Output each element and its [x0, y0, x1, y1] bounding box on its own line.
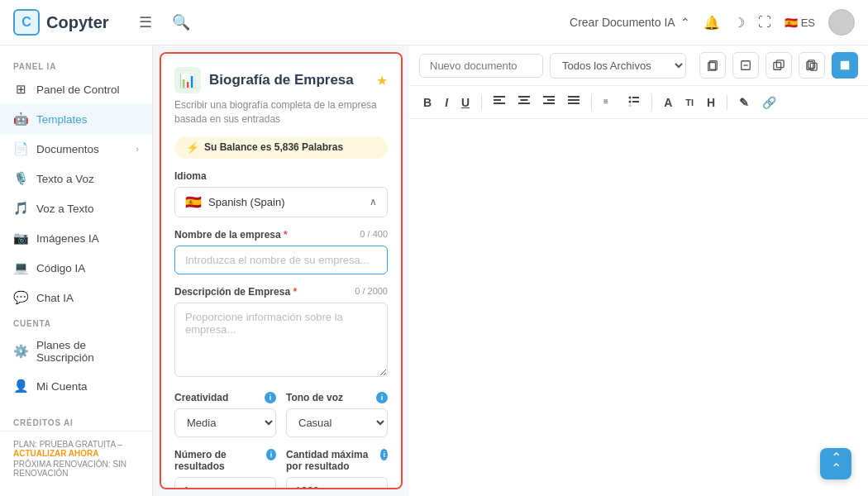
results-label: Número de resultados i	[174, 449, 276, 472]
company-name-label-row: Nombre de la empresa * 0 / 400	[174, 229, 388, 241]
form-description: Escribir una biografía completa de la em…	[174, 98, 388, 126]
sidebar-label-documentos: Documentos	[36, 143, 127, 155]
heading-button[interactable]: H	[703, 93, 719, 112]
language-flag: 🇪🇸	[185, 194, 202, 210]
creativity-group: Creatividad i Media Baja Alta	[174, 392, 276, 437]
editor-panel: Todos los Archivos	[409, 45, 868, 496]
svg-rect-12	[494, 103, 505, 104]
form-panel: 📊 Biografía de Empresa ★ Escribir una bi…	[160, 52, 403, 489]
documentos-icon: 📄	[13, 141, 28, 156]
tone-select[interactable]: Casual Formal Amigable	[286, 408, 388, 437]
svg-rect-11	[494, 99, 501, 101]
bold-button[interactable]: B	[419, 93, 436, 112]
sidebar-item-codigo-ia[interactable]: 💻 Código IA	[0, 253, 152, 283]
document-name-input[interactable]	[419, 54, 543, 78]
creativity-info-icon[interactable]: i	[265, 392, 276, 403]
svg-rect-25	[632, 97, 639, 98]
sidebar-label-chat-ia: Chat IA	[36, 292, 139, 304]
sidebar-item-templates[interactable]: 🤖 Templates	[0, 104, 152, 134]
ordered-list-button[interactable]: ≡	[599, 93, 619, 112]
language-chevron-icon: ∧	[370, 196, 377, 207]
text-size-button[interactable]: TI	[681, 95, 698, 110]
file-filter-select[interactable]: Todos los Archivos	[550, 53, 686, 79]
svg-text:≡: ≡	[603, 97, 608, 106]
search-icon[interactable]: 🔍	[169, 10, 193, 35]
results-input[interactable]	[174, 477, 276, 489]
company-desc-count: 0 / 2000	[355, 286, 388, 298]
sidebar-item-imagenes-ia[interactable]: 📷 Imágenes IA	[0, 223, 152, 253]
sidebar-item-documentos[interactable]: 📄 Documentos ›	[0, 134, 152, 164]
language-select[interactable]: 🇪🇸 Spanish (Spain) ∧	[174, 187, 388, 217]
results-group: Número de resultados i	[174, 449, 276, 489]
svg-rect-17	[543, 96, 555, 98]
planes-icon: ⚙️	[13, 344, 28, 359]
justify-button[interactable]	[564, 93, 584, 112]
scroll-top-button[interactable]: ⌃⌃	[820, 448, 851, 479]
svg-rect-4	[774, 63, 781, 70]
menu-icon[interactable]: ☰	[136, 10, 155, 35]
dark-mode-icon[interactable]: ☽	[733, 15, 745, 31]
user-avatar[interactable]	[828, 9, 855, 36]
results-row: Número de resultados i Cantidad máxima p…	[174, 449, 388, 489]
max-result-input[interactable]	[286, 477, 388, 489]
max-result-info-icon[interactable]: i	[380, 449, 388, 460]
svg-rect-19	[543, 103, 555, 104]
sidebar-item-chat-ia[interactable]: 💬 Chat IA	[0, 283, 152, 312]
underline-button[interactable]: U	[457, 93, 474, 112]
align-left-button[interactable]	[489, 93, 509, 112]
sidebar-label-mi-cuenta: Mi Cuenta	[36, 380, 139, 393]
results-info-icon[interactable]: i	[266, 449, 276, 460]
unordered-list-button[interactable]	[624, 93, 644, 112]
upgrade-link[interactable]: ACTUALIZAR AHORA	[13, 449, 99, 458]
italic-button[interactable]: I	[441, 93, 452, 112]
templates-icon: 🤖	[13, 112, 28, 126]
toolbar-copy3-button[interactable]	[765, 52, 792, 79]
toolbar-copy1-button[interactable]	[699, 52, 726, 79]
sidebar-item-voz-a-texto[interactable]: 🎵 Voz a Texto	[0, 193, 152, 223]
sidebar-item-mi-cuenta[interactable]: 👤 Mi Cuenta	[0, 371, 152, 401]
creativity-select[interactable]: Media Baja Alta	[174, 408, 276, 437]
company-desc-required: *	[293, 286, 297, 298]
company-desc-textarea[interactable]	[174, 303, 388, 377]
sidebar-label-planes: Planes de Suscripción	[36, 339, 139, 364]
company-desc-label-row: Descripción de Empresa * 0 / 2000	[174, 286, 388, 298]
language-selector[interactable]: 🇪🇸 ES	[785, 17, 815, 29]
toolbar-copy4-button[interactable]	[799, 52, 825, 79]
app-header: C Copyter ☰ 🔍 Crear Documento IA ⌃ 🔔 ☽ ⛶…	[0, 0, 868, 45]
editor-body[interactable]	[409, 119, 868, 496]
font-color-button[interactable]: A	[660, 93, 676, 112]
svg-point-24	[629, 97, 632, 99]
logo-area: C Copyter	[13, 9, 109, 36]
star-icon[interactable]: ★	[376, 73, 388, 88]
toolbar-copy2-button[interactable]	[732, 52, 759, 79]
edit-pencil-button[interactable]: ✎	[735, 93, 753, 112]
balance-text: Su Balance es 5,836 Palabras	[204, 141, 343, 153]
creativity-label: Creatividad i	[174, 392, 276, 403]
company-name-group: Nombre de la empresa * 0 / 400	[174, 229, 388, 274]
crear-documento-button[interactable]: Crear Documento IA ⌃	[570, 16, 690, 29]
editor-toolbar-top: Todos los Archivos	[409, 45, 868, 86]
codigo-icon: 💻	[13, 260, 28, 275]
chevron-right-icon: ›	[136, 144, 139, 154]
svg-rect-9	[841, 61, 850, 70]
chevron-up-icon: ⌃⌃	[831, 453, 842, 475]
tone-group: Tono de voz i Casual Formal Amigable	[286, 392, 388, 437]
sidebar-item-planes[interactable]: ⚙️ Planes de Suscripción	[0, 331, 152, 371]
svg-rect-27	[632, 101, 639, 103]
sidebar-credits-area: PLAN: PRUEBA GRATUITA – ACTUALIZAR AHORA…	[0, 431, 152, 486]
format-divider-1	[481, 95, 482, 110]
sidebar-item-texto-a-voz[interactable]: 🎙️ Texto a Voz	[0, 164, 152, 193]
align-right-button[interactable]	[539, 93, 559, 112]
tone-info-icon[interactable]: i	[376, 392, 388, 403]
svg-rect-22	[568, 103, 579, 104]
company-name-input[interactable]	[174, 246, 388, 274]
format-divider-3	[651, 95, 652, 110]
language-name: Spanish (Spain)	[208, 196, 363, 208]
fullscreen-icon[interactable]: ⛶	[758, 15, 771, 30]
sidebar-item-panel-control[interactable]: ⊞ Panel de Control	[0, 74, 152, 104]
notification-icon[interactable]: 🔔	[703, 15, 720, 31]
toolbar-paste-special-button[interactable]	[832, 52, 858, 79]
link-button[interactable]: 🔗	[758, 93, 780, 112]
imagenes-icon: 📷	[13, 231, 28, 246]
align-center-button[interactable]	[514, 93, 534, 112]
